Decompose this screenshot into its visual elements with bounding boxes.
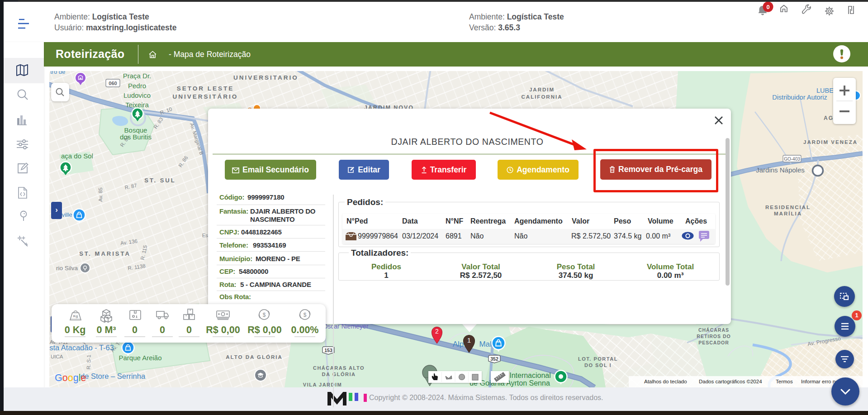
- svg-text:Internacional: Internacional: [509, 372, 551, 379]
- svg-text:AG: AG: [824, 115, 834, 121]
- svg-text:0: 0: [186, 324, 192, 335]
- svg-text:ST. SUL: ST. SUL: [144, 177, 175, 184]
- svg-text:CHÁCARAS ALTO: CHÁCARAS ALTO: [313, 365, 365, 371]
- svg-text:0: 0: [160, 324, 165, 335]
- svg-text:Praça Dr.: Praça Dr.: [123, 72, 152, 80]
- svg-text:JARDIM VENEZA: JARDIM VENEZA: [803, 139, 858, 145]
- svg-text:R$ 0,00: R$ 0,00: [247, 324, 281, 335]
- svg-text:0 Kg: 0 Kg: [65, 324, 86, 335]
- svg-text:$: $: [263, 312, 266, 318]
- svg-text:VILA JARDIM: VILA JARDIM: [303, 382, 342, 387]
- svg-text:osta Atacadão - T-63: osta Atacadão - T-63: [49, 343, 114, 352]
- svg-text:ALTO DA GLÓRIA: ALTO DA GLÓRIA: [226, 354, 283, 360]
- svg-text:Distribuidor Autoriz: Distribuidor Autoriz: [772, 94, 827, 101]
- svg-text:UNIVERSITÁRIO: UNIVERSITÁRIO: [173, 93, 238, 100]
- svg-text:Pedro: Pedro: [128, 82, 146, 90]
- svg-text:Google: Google: [55, 372, 86, 383]
- svg-text:0: 0: [132, 324, 138, 335]
- svg-text:tro de: tro de: [50, 71, 65, 75]
- svg-text:0: 0: [766, 4, 769, 10]
- svg-text:Parque Areião: Parque Areião: [119, 354, 161, 362]
- svg-text:Kg: Kg: [73, 314, 78, 318]
- svg-text:1: 1: [467, 336, 471, 344]
- svg-text:$: $: [304, 312, 307, 318]
- svg-text:2: 2: [435, 328, 439, 335]
- svg-text:Mall: Mall: [479, 340, 493, 348]
- svg-text:Jardins Nápoles: Jardins Nápoles: [756, 166, 805, 174]
- svg-text:Ludovico: Ludovico: [123, 91, 151, 99]
- svg-text:GO-403: GO-403: [784, 157, 800, 162]
- svg-text:MARÍLIA: MARÍLIA: [774, 211, 802, 216]
- svg-text:R. S-1: R. S-1: [85, 355, 91, 370]
- svg-text:DO SOL I: DO SOL I: [584, 363, 612, 368]
- svg-text:Alp: Alp: [453, 340, 464, 348]
- svg-text:153: 153: [324, 348, 332, 353]
- svg-text:Av. 85: Av. 85: [98, 187, 103, 202]
- svg-text:dos Buritis: dos Buritis: [120, 133, 152, 141]
- svg-text:CALIFORNIA: CALIFORNIA: [522, 94, 563, 100]
- svg-text:SETOR LESTE: SETOR LESTE: [177, 85, 234, 92]
- svg-text:rio Silva: rio Silva: [56, 265, 78, 272]
- svg-text:RETIROS DO: RETIROS DO: [697, 334, 730, 339]
- svg-text:aça do Sol: aça do Sol: [61, 152, 93, 160]
- svg-text:LOT. PORTAL: LOT. PORTAL: [578, 356, 618, 362]
- svg-text:PESCADOR: PESCADOR: [698, 340, 729, 345]
- svg-text:060: 060: [109, 81, 117, 86]
- svg-text:0.00%: 0.00%: [291, 324, 319, 335]
- svg-text:CHÁCARAS: CHÁCARAS: [698, 327, 729, 333]
- svg-text:0 M³: 0 M³: [97, 324, 116, 335]
- svg-text:UNIVERSITARIO: UNIVERSITARIO: [233, 74, 299, 81]
- svg-text:ST. MARISTA: ST. MARISTA: [79, 250, 131, 257]
- svg-text:UICA: UICA: [51, 354, 63, 359]
- svg-text:LUBE: LUBE: [816, 87, 834, 94]
- svg-text:JARDIM: JARDIM: [529, 87, 555, 92]
- svg-text:RESIDENCIAL: RESIDENCIAL: [765, 205, 811, 210]
- svg-text:R$ 0,00: R$ 0,00: [206, 324, 240, 335]
- svg-text:DA GLÓRIA: DA GLÓRIA: [322, 372, 356, 377]
- svg-text:352: 352: [490, 356, 498, 362]
